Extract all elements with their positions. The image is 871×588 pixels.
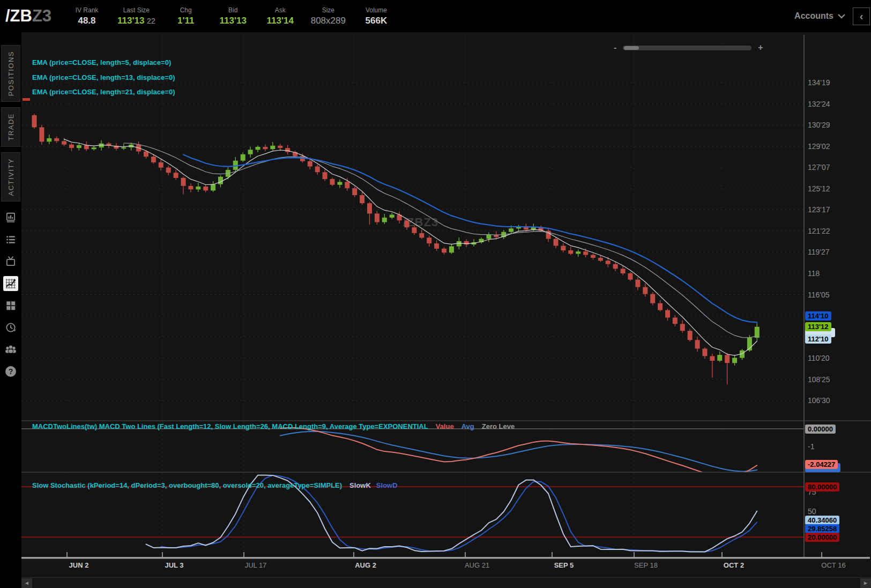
help-icon[interactable]: ? <box>3 364 18 379</box>
stat-last-size: Last Size113'13 22 <box>117 6 155 26</box>
chart-icon[interactable] <box>3 276 18 291</box>
zoom-slider-thumb[interactable] <box>624 46 639 50</box>
book-chart-icon[interactable] <box>3 210 18 225</box>
zoom-out-button[interactable]: - <box>614 43 616 53</box>
axis-price-bubble: 0.00000 <box>805 425 836 434</box>
axis-price-bubble: -2.04227 <box>805 460 838 469</box>
time-axis-label: JUL 3 <box>165 561 183 569</box>
macd-label-text: MACDTwoLines(tw) MACD Two Lines (Fast Le… <box>32 422 428 430</box>
chevron-down-icon <box>838 14 845 19</box>
axis-price-bubble: 112'10 <box>805 334 831 344</box>
price-axis[interactable]: 134'19132'24130'29129'02127'07125'12123'… <box>804 32 871 557</box>
macd-legend-zero: Zero Leve <box>482 422 515 430</box>
axis-label: 134'19 <box>808 78 830 87</box>
app-window: /ZBZ3 IV Rank48.8Last Size113'13 22Chg1'… <box>0 0 871 588</box>
time-axis-label: AUG 2 <box>355 561 376 569</box>
sidebar: POSITIONSTRADEACTIVITY <box>0 32 21 588</box>
time-axis-label: OCT 2 <box>724 561 744 569</box>
macd-legend-value: Value <box>436 422 454 430</box>
axis-label: 132'24 <box>808 99 830 109</box>
chart-area[interactable]: /ZBZ3 <box>21 32 871 588</box>
symbol-suffix: Z3 <box>32 6 51 25</box>
axis-label: 118 <box>808 269 820 278</box>
axis-label: 110'20 <box>808 353 830 363</box>
header: /ZBZ3 IV Rank48.8Last Size113'13 22Chg1'… <box>0 0 871 32</box>
stat-iv-rank: IV Rank48.8 <box>70 6 103 26</box>
axis-label: -1 <box>808 442 814 451</box>
stat-bid: Bid113'13 <box>217 6 250 26</box>
history-icon[interactable] <box>3 320 18 335</box>
axis-price-bubble: 40.34060 <box>805 516 839 525</box>
symbol-root: /ZB <box>5 6 32 25</box>
scroll-right-button[interactable]: ► <box>860 578 871 588</box>
axis-price-bubble: 80.00000 <box>805 482 839 492</box>
axis-label: 125'12 <box>808 184 830 193</box>
scroll-left-button[interactable]: ◄ <box>21 578 32 588</box>
users-icon[interactable] <box>3 342 18 357</box>
axis-label: 50 <box>808 507 816 516</box>
sidebar-tab-trade[interactable]: TRADE <box>1 107 20 147</box>
stoch-legend-slowd: SlowD <box>376 481 398 489</box>
axis-label: 130'29 <box>808 120 830 130</box>
time-axis-label: SEP 5 <box>554 561 574 569</box>
axis-price-bubble: 114'10 <box>805 311 831 321</box>
axis-label: 121'22 <box>808 226 830 236</box>
axis-price-bubble: 29.85258 <box>805 524 839 533</box>
axis-label: 123'17 <box>808 205 830 214</box>
stat-chg: Chg1'11 <box>169 6 203 26</box>
collapse-panel-button[interactable]: ‹ <box>853 8 870 25</box>
sidebar-tab-activity[interactable]: ACTIVITY <box>1 152 20 202</box>
study-label-ema5[interactable]: EMA (price=CLOSE, length=5, displace=0) <box>32 58 171 66</box>
stoch-label-text: Slow Stochastic (kPeriod=14, dPeriod=3, … <box>32 481 342 489</box>
watermark: /ZBZ3 <box>403 215 438 229</box>
macd-legend-avg: Avg <box>461 422 474 430</box>
sidebar-tab-positions[interactable]: POSITIONS <box>1 45 20 102</box>
study-label-ema13[interactable]: EMA (price=CLOSE, length=13, displace=0) <box>32 73 175 81</box>
axis-label: 106'30 <box>808 396 830 405</box>
stat-size: Size808x289 <box>311 6 346 26</box>
axis-label: 127'07 <box>808 162 830 172</box>
bottom-scrollbar[interactable]: ◄ ► <box>21 577 871 588</box>
tv-icon[interactable] <box>3 254 18 269</box>
stat-volume: Volume566K <box>360 6 393 26</box>
axis-price-bubble: 113'12 <box>805 322 831 331</box>
time-axis-label: SEP 18 <box>634 561 658 569</box>
axis-label: 119'27 <box>808 247 830 257</box>
time-axis-label: JUL 17 <box>245 561 267 569</box>
symbol-label: /ZBZ3 <box>5 6 67 26</box>
stat-ask: Ask113'14 <box>264 6 297 26</box>
accounts-dropdown[interactable]: Accounts <box>794 11 845 21</box>
axis-price-bubble: 20.00000 <box>805 533 839 542</box>
price-alert-marker <box>23 98 30 101</box>
axis-label: 116'05 <box>808 290 830 300</box>
grid-icon[interactable] <box>3 298 18 313</box>
stoch-study-label[interactable]: Slow Stochastic (kPeriod=14, dPeriod=3, … <box>32 481 398 489</box>
help-glyph: ? <box>5 366 16 377</box>
time-axis-label: AUG 21 <box>465 561 489 569</box>
header-stats: IV Rank48.8Last Size113'13 22Chg1'11Bid1… <box>70 6 393 26</box>
accounts-label: Accounts <box>794 11 833 21</box>
zoom-slider[interactable] <box>623 46 751 50</box>
time-axis-label: OCT 16 <box>821 561 845 569</box>
zoom-in-button[interactable]: + <box>758 43 763 53</box>
zoom-control: - + <box>614 43 763 53</box>
study-label-ema21[interactable]: EMA (price=CLOSE, length=21, displace=0) <box>32 88 175 96</box>
axis-label: 108'25 <box>808 375 830 384</box>
list-icon[interactable] <box>3 232 18 247</box>
time-axis-label: JUN 2 <box>69 561 89 569</box>
axis-label: 129'02 <box>808 142 830 151</box>
stoch-legend-slowk: SlowK <box>349 481 371 489</box>
macd-study-label[interactable]: MACDTwoLines(tw) MACD Two Lines (Fast Le… <box>32 422 515 430</box>
